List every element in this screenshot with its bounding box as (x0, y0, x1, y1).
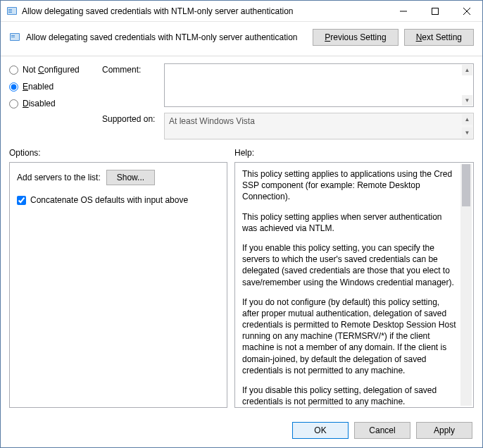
help-text: If you disable this policy setting, dele… (242, 385, 458, 407)
config-section: Not Configured Enabled Disabled Comment:… (1, 56, 482, 145)
options-pane: Add servers to the list: Show... Concate… (9, 162, 227, 408)
help-label: Help: (234, 148, 254, 158)
close-button[interactable] (451, 1, 482, 21)
header-row: Allow delegating saved credentials with … (1, 22, 482, 56)
add-servers-label: Add servers to the list: (17, 173, 101, 182)
radio-not-configured-input[interactable] (9, 66, 18, 75)
supported-scroll-up[interactable]: ▲ (462, 114, 472, 125)
state-radios: Not Configured Enabled Disabled (9, 63, 94, 139)
comment-scroll-down[interactable]: ▼ (462, 95, 472, 106)
help-text: If you enable this policy setting, you c… (242, 242, 458, 288)
svg-rect-6 (432, 8, 438, 14)
policy-icon (9, 32, 20, 43)
supported-value: At least Windows Vista (169, 116, 255, 126)
svg-rect-4 (8, 12, 12, 13)
config-fields: Comment: ▲ ▼ Supported on: At least Wind… (102, 63, 474, 139)
cancel-button[interactable]: Cancel (354, 422, 410, 439)
add-servers-row: Add servers to the list: Show... (17, 170, 220, 185)
minimize-icon (400, 8, 407, 15)
app-icon (6, 6, 18, 17)
svg-rect-12 (11, 37, 15, 37)
window-title: Allow delegating saved credentials with … (22, 6, 387, 16)
footer: OK Cancel Apply (1, 415, 482, 447)
radio-enabled[interactable]: Enabled (9, 82, 94, 92)
apply-button[interactable]: Apply (416, 422, 472, 439)
supported-scroll-down[interactable]: ▼ (462, 127, 472, 138)
pane-labels: Options: Help: (1, 148, 482, 158)
radio-disabled-input[interactable] (9, 99, 18, 108)
concat-row[interactable]: Concatenate OS defaults with input above (17, 195, 220, 205)
maximize-icon (432, 8, 439, 15)
ok-button[interactable]: OK (292, 422, 349, 439)
radio-not-configured[interactable]: Not Configured (9, 65, 94, 75)
options-label: Options: (9, 148, 234, 158)
panes: Add servers to the list: Show... Concate… (1, 158, 482, 415)
radio-disabled[interactable]: Disabled (9, 99, 94, 108)
svg-rect-11 (11, 35, 15, 36)
comment-input[interactable] (165, 64, 473, 106)
concat-label: Concatenate OS defaults with input above (30, 195, 188, 205)
svg-rect-2 (8, 9, 12, 10)
help-text: This policy setting applies when server … (242, 211, 458, 234)
help-pane: This policy setting applies to applicati… (234, 162, 474, 408)
comment-label: Comment: (102, 63, 158, 75)
maximize-button[interactable] (419, 1, 451, 21)
titlebar: Allow delegating saved credentials with … (1, 1, 482, 22)
show-button[interactable]: Show... (106, 170, 155, 185)
scrollbar-thumb[interactable] (462, 164, 470, 206)
header-title: Allow delegating saved credentials with … (26, 32, 307, 42)
previous-setting-button[interactable]: Previous Setting (313, 29, 398, 46)
minimize-button[interactable] (387, 1, 419, 21)
radio-enabled-input[interactable] (9, 82, 18, 92)
policy-dialog: Allow delegating saved credentials with … (0, 0, 483, 448)
comment-box: ▲ ▼ (164, 63, 474, 107)
close-icon (463, 8, 470, 15)
help-text: If you do not configure (by default) thi… (242, 297, 458, 376)
concat-checkbox[interactable] (17, 196, 26, 205)
next-setting-button[interactable]: Next Setting (404, 29, 474, 46)
supported-label: Supported on: (102, 113, 158, 124)
help-text: This policy setting applies to applicati… (242, 168, 458, 203)
comment-scroll-up[interactable]: ▲ (462, 65, 472, 75)
svg-rect-3 (8, 11, 12, 11)
supported-box: At least Windows Vista ▲ ▼ (164, 113, 474, 139)
help-scrollbar[interactable] (460, 164, 472, 406)
